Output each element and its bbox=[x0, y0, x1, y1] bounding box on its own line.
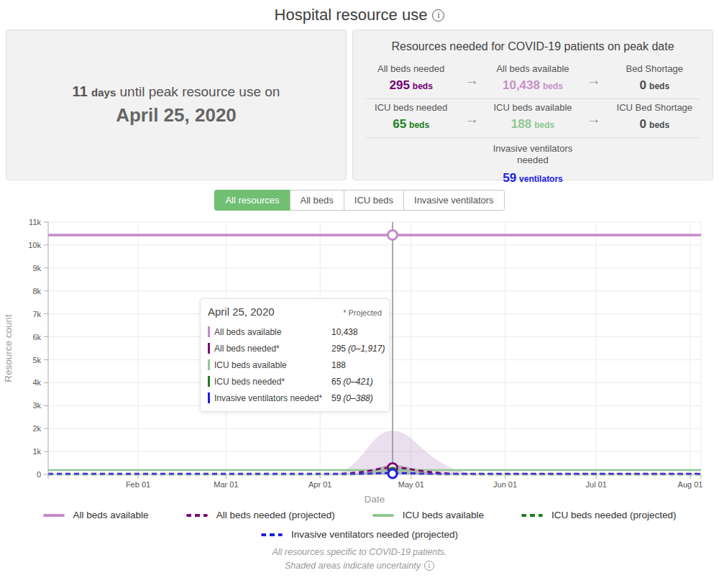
page-header: Hospital resource use i bbox=[0, 0, 719, 24]
resources-panel-title: Resources needed for COVID-19 patients o… bbox=[363, 40, 702, 53]
svg-text:0: 0 bbox=[37, 470, 41, 479]
stat-icu-beds-needed: ICU beds needed 65beds bbox=[363, 102, 459, 132]
arrow-icon: → bbox=[581, 63, 607, 88]
bed-shortage-value: 0 bbox=[640, 78, 646, 92]
svg-text:9k: 9k bbox=[32, 264, 41, 272]
icu-beds-row: ICU beds needed 65beds → ICU beds availa… bbox=[363, 99, 702, 137]
footnote-uncertainty: Shaded areas indicate uncertainty i bbox=[0, 561, 719, 571]
tab-icu-beds[interactable]: ICU beds bbox=[344, 190, 404, 211]
peak-suffix: until peak resource use on bbox=[116, 84, 280, 99]
x-axis-label: Date bbox=[365, 494, 385, 505]
svg-text:4k: 4k bbox=[32, 378, 41, 387]
resources-needed-panel: Resources needed for COVID-19 patients o… bbox=[352, 29, 713, 180]
tab-all-beds[interactable]: All beds bbox=[290, 190, 344, 211]
peak-days-unit: days bbox=[91, 86, 116, 98]
tooltip-row: All beds available 10,438 bbox=[208, 323, 382, 340]
stat-ventilators-needed: Invasive ventilators needed 59ventilator… bbox=[363, 138, 702, 185]
footnote-resources: All resources specific to COVID-19 patie… bbox=[0, 547, 719, 557]
legend-icu-beds-available[interactable]: ICU beds available bbox=[372, 510, 484, 520]
stat-all-beds-needed: All beds needed 295beds bbox=[363, 63, 459, 93]
svg-text:8k: 8k bbox=[32, 287, 41, 295]
y-tick-labels: 01k 2k3k 4k5k 6k7k 8k9k 10k11k bbox=[28, 218, 41, 479]
svg-text:10k: 10k bbox=[28, 241, 41, 249]
page-title: Hospital resource use i bbox=[275, 6, 445, 24]
stat-bed-shortage: Bed Shortage 0beds bbox=[607, 63, 702, 93]
icu-beds-available-value: 188 bbox=[511, 117, 531, 131]
icu-bed-shortage-value: 0 bbox=[640, 117, 646, 131]
info-icon[interactable]: i bbox=[424, 561, 434, 571]
svg-text:3k: 3k bbox=[32, 401, 41, 410]
svg-text:11k: 11k bbox=[29, 218, 41, 226]
all-beds-row: All beds needed 295beds → All beds avail… bbox=[363, 60, 702, 98]
all-beds-available-peak-marker[interactable] bbox=[388, 230, 398, 239]
stat-icu-beds-available: ICU beds available 188beds bbox=[485, 102, 580, 132]
tooltip-row: All beds needed* 295(0–1,917) bbox=[208, 340, 382, 357]
series-color-bar bbox=[208, 359, 210, 370]
peak-countdown-text: 11 days until peak resource use on bbox=[73, 83, 280, 100]
tooltip-row: ICU beds needed* 65(0–421) bbox=[208, 373, 382, 390]
icu-beds-needed-value: 65 bbox=[393, 117, 406, 131]
solid-line-swatch bbox=[43, 514, 65, 517]
svg-text:Mar 01: Mar 01 bbox=[214, 480, 238, 489]
svg-text:Jun 01: Jun 01 bbox=[493, 480, 517, 489]
peak-days-count: 11 bbox=[73, 83, 88, 99]
series-color-bar bbox=[208, 392, 210, 403]
series-color-bar bbox=[208, 326, 210, 337]
stat-all-beds-available: All beds available 10,438beds bbox=[485, 63, 580, 93]
dashed-line-swatch bbox=[521, 514, 543, 517]
stat-icu-bed-shortage: ICU Bed Shortage 0beds bbox=[607, 102, 702, 132]
tooltip-row: ICU beds available 188 bbox=[208, 357, 382, 373]
peak-countdown-panel: 11 days until peak resource use on April… bbox=[6, 29, 347, 180]
resource-chart[interactable]: 01k 2k3k 4k5k 6k7k 8k9k 10k11k Feb 01Mar… bbox=[0, 213, 719, 507]
page-title-text: Hospital resource use bbox=[275, 6, 428, 24]
tooltip-projected-note: * Projected bbox=[343, 308, 382, 317]
svg-text:Aug 01: Aug 01 bbox=[678, 480, 703, 489]
legend-icu-beds-needed[interactable]: ICU beds needed (projected) bbox=[521, 510, 676, 520]
all-beds-available-value: 10,438 bbox=[503, 78, 540, 92]
summary-panels: 11 days until peak resource use on April… bbox=[0, 29, 719, 180]
ventilators-needed-peak-marker[interactable] bbox=[388, 469, 397, 478]
tooltip-row: Invasive ventilators needed* 59(0–388) bbox=[208, 390, 382, 406]
y-axis-label: Resource count bbox=[3, 314, 14, 382]
legend-ventilators-needed[interactable]: Invasive ventilators needed (projected) bbox=[261, 529, 458, 540]
chart-legend-row-2: Invasive ventilators needed (projected) bbox=[0, 529, 719, 540]
tab-all-resources[interactable]: All resources bbox=[214, 190, 290, 211]
ventilators-needed-value: 59 bbox=[503, 171, 516, 185]
svg-text:7k: 7k bbox=[32, 310, 41, 318]
tab-invasive-ventilators[interactable]: Invasive ventilators bbox=[403, 190, 505, 211]
dashed-line-swatch bbox=[186, 514, 208, 517]
chart-legend-row-1: All beds available All beds needed (proj… bbox=[0, 510, 719, 520]
peak-date: April 25, 2020 bbox=[116, 104, 237, 127]
svg-text:Apr 01: Apr 01 bbox=[308, 480, 331, 489]
chart-tooltip: April 25, 2020 * Projected All beds avai… bbox=[200, 298, 390, 412]
x-tick-labels: Feb 01Mar 01 Apr 01May 01 Jun 01Jul 01 A… bbox=[126, 480, 703, 489]
svg-text:Feb 01: Feb 01 bbox=[126, 480, 150, 489]
arrow-icon: → bbox=[581, 102, 607, 127]
arrow-icon: → bbox=[459, 63, 485, 88]
svg-text:Jul 01: Jul 01 bbox=[586, 480, 607, 489]
svg-text:6k: 6k bbox=[32, 333, 41, 341]
solid-line-swatch bbox=[372, 514, 394, 517]
resource-tabs: All resources All beds ICU beds Invasive… bbox=[0, 190, 719, 211]
legend-all-beds-available[interactable]: All beds available bbox=[43, 510, 149, 520]
chart-footnotes: All resources specific to COVID-19 patie… bbox=[0, 547, 719, 571]
tooltip-date: April 25, 2020 bbox=[208, 306, 275, 318]
legend-all-beds-needed[interactable]: All beds needed (projected) bbox=[186, 510, 335, 520]
series-color-bar bbox=[208, 343, 210, 354]
arrow-icon: → bbox=[459, 102, 485, 127]
info-icon[interactable]: i bbox=[432, 9, 444, 22]
svg-text:May 01: May 01 bbox=[398, 480, 424, 489]
dashed-line-swatch bbox=[261, 533, 283, 536]
svg-text:1k: 1k bbox=[32, 447, 41, 456]
svg-text:5k: 5k bbox=[32, 356, 41, 364]
all-beds-needed-value: 295 bbox=[389, 78, 409, 92]
svg-text:2k: 2k bbox=[32, 424, 41, 433]
series-color-bar bbox=[208, 376, 210, 387]
